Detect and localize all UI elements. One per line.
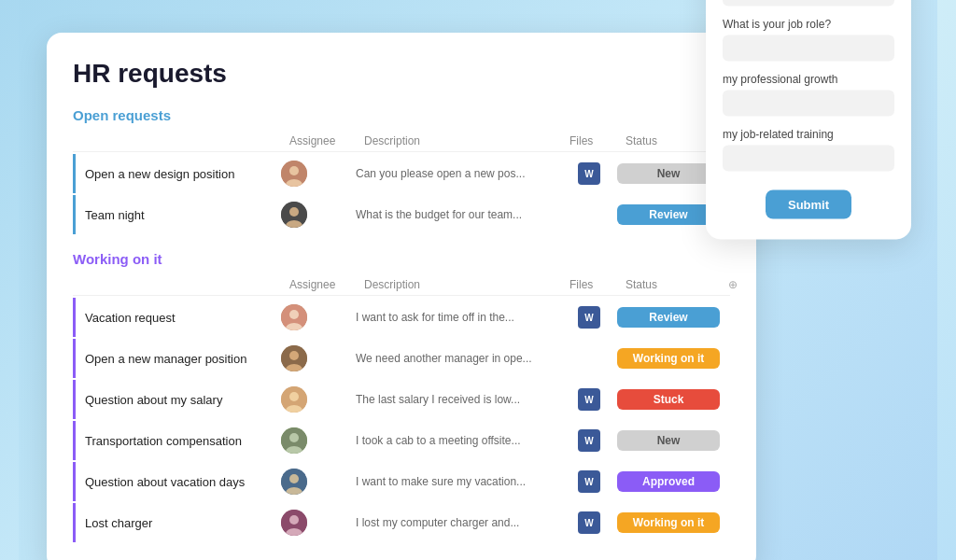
row-name: Question about vacation days [76, 475, 281, 489]
status-badge: Working on it [617, 512, 720, 533]
working-on-it-title: Working on it [73, 251, 730, 267]
row-description: I want to ask for time off in the... [356, 311, 561, 324]
avatar [281, 345, 307, 371]
svg-point-1 [289, 166, 299, 175]
open-requests-section: Open requests Assignee Description Files… [73, 107, 730, 234]
hr-requests-card: HR requests ••• Open requests Assignee D… [47, 33, 756, 560]
open-requests-title: Open requests [73, 107, 730, 123]
table-row[interactable]: Question about my salary The last salary… [73, 380, 730, 419]
status-badge: Review [617, 204, 720, 225]
row-description: What is the budget for our team... [356, 208, 561, 221]
working-requests-header: Assignee Description Files Status ⊕ [73, 274, 730, 296]
svg-point-10 [289, 351, 299, 360]
col-assignee-working: Assignee [289, 278, 364, 291]
avatar [281, 202, 307, 228]
survey-label: my professional growth [723, 73, 894, 86]
row-name: Open a new manager position [76, 352, 281, 366]
col-status-working: Status [626, 278, 728, 291]
card-header: HR requests ••• [73, 59, 730, 89]
table-row[interactable]: Open a new design position Can you pleas… [73, 154, 730, 193]
job-training-input[interactable] [723, 146, 894, 172]
svg-point-7 [289, 310, 299, 319]
row-name: Transportation compensation [76, 434, 281, 448]
table-row[interactable]: Lost charger I lost my computer charger … [73, 503, 730, 542]
row-description: Can you please open a new pos... [356, 167, 561, 180]
row-name: Lost charger [76, 516, 281, 530]
file-badge: W [578, 306, 600, 329]
svg-point-19 [289, 474, 299, 483]
add-working-icon[interactable]: ⊕ [728, 278, 747, 291]
survey-label: What is your job role? [723, 18, 894, 31]
survey-field-1: What department do you work in? [723, 0, 894, 18]
status-badge: Review [617, 307, 720, 328]
survey-field-3: my professional growth [723, 73, 894, 128]
file-badge: W [578, 388, 600, 411]
col-assignee-open: Assignee [289, 134, 364, 147]
file-badge: W [578, 162, 600, 185]
avatar [281, 161, 307, 187]
table-row[interactable]: Team night What is the budget for our te… [73, 195, 730, 234]
open-requests-header: Assignee Description Files Status ⊕ [73, 131, 730, 152]
col-description-open: Description [364, 134, 569, 147]
svg-point-4 [289, 207, 299, 217]
survey-field-2: What is your job role? [723, 18, 894, 73]
status-badge: Stuck [617, 389, 720, 410]
avatar [281, 469, 307, 495]
col-description-working: Description [364, 278, 569, 291]
svg-point-22 [289, 515, 299, 525]
submit-button[interactable]: Submit [766, 190, 851, 219]
svg-point-16 [289, 433, 299, 442]
table-row[interactable]: Transportation compensation I took a cab… [73, 421, 730, 460]
row-description: I lost my computer charger and... [356, 516, 561, 529]
table-row[interactable]: Open a new manager position We need anot… [73, 339, 730, 378]
row-description: The last salary I received is low... [356, 393, 561, 406]
file-badge: W [578, 429, 600, 452]
professional-growth-input[interactable] [723, 91, 894, 117]
row-description: I took a cab to a meeting offsite... [356, 434, 561, 447]
engagement-survey-card: Engagement survey What department do you… [706, 0, 911, 240]
file-badge: W [578, 470, 600, 493]
page-title: HR requests [73, 59, 227, 89]
row-description: I want to make sure my vacation... [356, 475, 561, 488]
row-name: Team night [76, 208, 281, 222]
row-name: Open a new design position [76, 167, 281, 181]
status-badge: New [617, 430, 720, 451]
status-badge: Working on it [617, 348, 720, 369]
row-name: Vacation request [76, 311, 281, 325]
avatar [281, 427, 307, 454]
survey-field-4: my job-related training [723, 128, 894, 183]
avatar [281, 304, 307, 330]
avatar [281, 510, 307, 536]
table-row[interactable]: Vacation request I want to ask for time … [73, 298, 730, 337]
status-badge: New [617, 163, 720, 184]
file-badge: W [578, 511, 600, 534]
col-files-working: Files [569, 278, 626, 291]
col-files-open: Files [569, 134, 626, 147]
working-on-it-section: Working on it Assignee Description Files… [73, 251, 730, 542]
status-badge: Approved [617, 471, 720, 492]
table-row[interactable]: Question about vacation days I want to m… [73, 462, 730, 501]
avatar [281, 386, 307, 413]
row-name: Question about my salary [76, 393, 281, 407]
row-description: We need another manager in ope... [356, 352, 561, 365]
svg-point-13 [289, 392, 299, 401]
department-input[interactable] [723, 0, 894, 7]
survey-label: my job-related training [723, 128, 894, 141]
job-role-input[interactable] [723, 35, 894, 62]
